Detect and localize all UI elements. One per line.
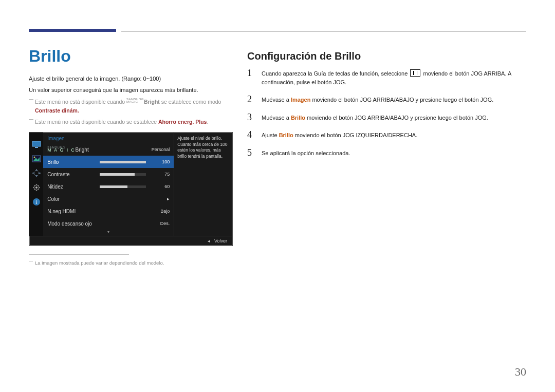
header-rule: [29, 29, 526, 32]
info-icon: i: [32, 198, 41, 206]
target-icon: [32, 170, 41, 177]
osd-help-text: Ajuste el nivel de brillo. Cuanto más ce…: [174, 133, 232, 236]
step-num: 2: [247, 95, 254, 104]
step-num: 3: [247, 113, 254, 122]
footnote-separator: [29, 254, 129, 255]
section-title: Configuración de Brillo: [247, 50, 526, 62]
osd-row-color: Color ▸: [43, 193, 174, 205]
osd-row-descanso: Modo descanso ojo Des.: [43, 217, 174, 230]
back-caret-icon: ◂: [208, 238, 210, 244]
gear-icon: [32, 184, 41, 191]
svg-line-19: [38, 185, 39, 186]
osd-scroll-indicator: ▾: [43, 230, 174, 236]
menu-icon: [410, 69, 420, 77]
page-number: 30: [515, 365, 526, 379]
svg-line-16: [34, 185, 35, 186]
step-1: 1 Cuando aparezca la Guía de teclas de f…: [247, 69, 526, 86]
osd-row-magicbright: SAMSUNGM A G I CBright Personal: [43, 143, 174, 156]
thin-rule: [121, 31, 526, 32]
svg-point-11: [35, 186, 38, 189]
svg-line-17: [38, 190, 39, 191]
osd-sidebar: i: [29, 133, 43, 236]
svg-rect-0: [32, 141, 41, 146]
desc-line-2: Un valor superior conseguirá que la imag…: [29, 86, 232, 95]
step-2: 2 Muévase a Imagen moviendo el botón JOG…: [247, 96, 526, 104]
osd-row-brillo: Brillo 100: [43, 156, 174, 168]
step-2-target: Imagen: [291, 97, 311, 103]
osd-section-title: Imagen: [43, 133, 174, 143]
step-num: 4: [247, 130, 254, 139]
picture-icon: [32, 155, 41, 162]
osd-back-label: Volver: [214, 238, 227, 244]
svg-rect-1: [35, 147, 38, 148]
step-3: 3 Muévase a Brillo moviendo el botón JOG…: [247, 114, 526, 122]
step-4-target: Brillo: [279, 132, 293, 138]
desc-line-1: Ajuste el brillo general de la imagen. (…: [29, 74, 232, 84]
step-5: 5 Se aplicará la opción seleccionada.: [247, 149, 526, 158]
accent-bar: [29, 29, 116, 32]
note-1: Este menú no está disponible cuando SAMS…: [29, 98, 232, 115]
osd-slider-brillo: [100, 161, 146, 163]
svg-line-18: [34, 190, 35, 191]
svg-text:i: i: [35, 199, 37, 205]
step-num: 5: [247, 148, 254, 157]
note-2-mode: Ahorro energ. Plus: [158, 119, 207, 125]
monitor-icon: [32, 141, 41, 148]
step-num: 1: [247, 68, 254, 78]
note-1-mode: Contraste dinám.: [35, 107, 79, 114]
footnote: La imagen mostrada puede variar dependie…: [29, 260, 232, 266]
chevron-right-icon: ▸: [149, 196, 170, 201]
osd-slider-nitidez: [100, 185, 146, 188]
osd-screenshot: i Imagen SAMSUNGM A G I CBright Persona: [29, 132, 233, 246]
osd-footer: ◂ Volver: [29, 236, 232, 246]
svg-point-4: [33, 157, 35, 158]
page-title: Brillo: [29, 47, 232, 65]
step-4: 4 Ajuste Brillo moviendo el botón JOG IZ…: [247, 131, 526, 140]
note-2: Este menú no está disponible cuando se e…: [29, 118, 232, 126]
step-3-target: Brillo: [291, 115, 305, 121]
osd-row-contraste: Contraste 75: [43, 168, 174, 180]
osd-val-magicbright: Personal: [149, 147, 170, 152]
svg-point-5: [34, 171, 39, 176]
osd-row-nitidez: Nitidez 60: [43, 180, 174, 193]
osd-row-nneg: N.neg HDMI Bajo: [43, 205, 174, 217]
osd-slider-contraste: [100, 173, 146, 176]
